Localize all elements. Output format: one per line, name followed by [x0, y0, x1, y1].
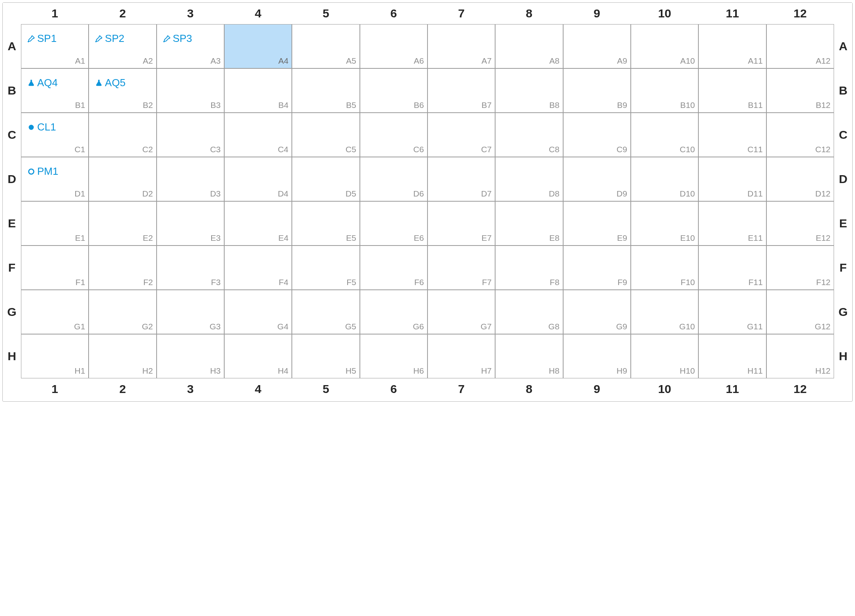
well-a12[interactable]: A12 — [766, 24, 834, 68]
column-header[interactable]: 2 — [89, 3, 156, 24]
well-d10[interactable]: D10 — [631, 157, 698, 201]
well-c11[interactable]: C11 — [698, 113, 766, 157]
well-c4[interactable]: C4 — [224, 113, 292, 157]
well-g7[interactable]: G7 — [428, 290, 495, 334]
well-c7[interactable]: C7 — [428, 113, 495, 157]
well-a6[interactable]: A6 — [360, 24, 428, 68]
well-b10[interactable]: B10 — [631, 68, 698, 113]
well-c12[interactable]: C12 — [766, 113, 834, 157]
column-header[interactable]: 2 — [89, 378, 156, 400]
well-e8[interactable]: E8 — [495, 201, 563, 246]
well-d4[interactable]: D4 — [224, 157, 292, 201]
well-g5[interactable]: G5 — [292, 290, 359, 334]
well-c6[interactable]: C6 — [360, 113, 428, 157]
row-header[interactable]: B — [3, 68, 21, 113]
well-d9[interactable]: D9 — [563, 157, 631, 201]
well-h8[interactable]: H8 — [495, 334, 563, 378]
well-e2[interactable]: E2 — [89, 201, 156, 246]
well-b6[interactable]: B6 — [360, 68, 428, 113]
well-e5[interactable]: E5 — [292, 201, 359, 246]
well-a7[interactable]: A7 — [428, 24, 495, 68]
row-header[interactable]: A — [3, 24, 21, 68]
well-e7[interactable]: E7 — [428, 201, 495, 246]
well-g12[interactable]: G12 — [766, 290, 834, 334]
column-header[interactable]: 3 — [157, 378, 224, 400]
well-h11[interactable]: H11 — [698, 334, 766, 378]
well-a3[interactable]: A3SP3 — [157, 24, 224, 68]
row-header[interactable]: D — [3, 157, 21, 201]
well-c3[interactable]: C3 — [157, 113, 224, 157]
well-b11[interactable]: B11 — [698, 68, 766, 113]
well-b5[interactable]: B5 — [292, 68, 359, 113]
well-e3[interactable]: E3 — [157, 201, 224, 246]
well-b3[interactable]: B3 — [157, 68, 224, 113]
well-b1[interactable]: B1AQ4 — [21, 68, 89, 113]
well-d5[interactable]: D5 — [292, 157, 359, 201]
well-f11[interactable]: F11 — [698, 246, 766, 290]
row-header[interactable]: A — [834, 24, 852, 68]
column-header[interactable]: 10 — [631, 378, 698, 400]
well-h6[interactable]: H6 — [360, 334, 428, 378]
column-header[interactable]: 10 — [631, 3, 698, 24]
well-a10[interactable]: A10 — [631, 24, 698, 68]
well-b7[interactable]: B7 — [428, 68, 495, 113]
well-d6[interactable]: D6 — [360, 157, 428, 201]
column-header[interactable]: 12 — [766, 3, 834, 24]
well-d1[interactable]: D1PM1 — [21, 157, 89, 201]
well-f2[interactable]: F2 — [89, 246, 156, 290]
well-d3[interactable]: D3 — [157, 157, 224, 201]
well-f5[interactable]: F5 — [292, 246, 359, 290]
row-header[interactable]: C — [834, 113, 852, 157]
well-f10[interactable]: F10 — [631, 246, 698, 290]
well-d2[interactable]: D2 — [89, 157, 156, 201]
column-header[interactable]: 7 — [428, 3, 495, 24]
well-g10[interactable]: G10 — [631, 290, 698, 334]
column-header[interactable]: 1 — [21, 378, 89, 400]
column-header[interactable]: 4 — [224, 378, 292, 400]
column-header[interactable]: 7 — [428, 378, 495, 400]
column-header[interactable]: 1 — [21, 3, 89, 24]
well-b4[interactable]: B4 — [224, 68, 292, 113]
column-header[interactable]: 8 — [495, 3, 563, 24]
well-c8[interactable]: C8 — [495, 113, 563, 157]
well-c2[interactable]: C2 — [89, 113, 156, 157]
well-g4[interactable]: G4 — [224, 290, 292, 334]
well-h5[interactable]: H5 — [292, 334, 359, 378]
column-header[interactable]: 5 — [292, 378, 359, 400]
well-f3[interactable]: F3 — [157, 246, 224, 290]
column-header[interactable]: 4 — [224, 3, 292, 24]
row-header[interactable]: F — [3, 246, 21, 290]
well-f1[interactable]: F1 — [21, 246, 89, 290]
well-h9[interactable]: H9 — [563, 334, 631, 378]
well-f4[interactable]: F4 — [224, 246, 292, 290]
well-h7[interactable]: H7 — [428, 334, 495, 378]
row-header[interactable]: G — [3, 290, 21, 334]
well-b12[interactable]: B12 — [766, 68, 834, 113]
well-d8[interactable]: D8 — [495, 157, 563, 201]
well-e11[interactable]: E11 — [698, 201, 766, 246]
row-header[interactable]: D — [834, 157, 852, 201]
well-f9[interactable]: F9 — [563, 246, 631, 290]
well-a8[interactable]: A8 — [495, 24, 563, 68]
row-header[interactable]: C — [3, 113, 21, 157]
well-e9[interactable]: E9 — [563, 201, 631, 246]
well-a9[interactable]: A9 — [563, 24, 631, 68]
well-b8[interactable]: B8 — [495, 68, 563, 113]
row-header[interactable]: H — [3, 334, 21, 378]
column-header[interactable]: 9 — [563, 378, 631, 400]
well-g6[interactable]: G6 — [360, 290, 428, 334]
well-g9[interactable]: G9 — [563, 290, 631, 334]
well-g3[interactable]: G3 — [157, 290, 224, 334]
column-header[interactable]: 9 — [563, 3, 631, 24]
row-header[interactable]: E — [834, 201, 852, 246]
well-f12[interactable]: F12 — [766, 246, 834, 290]
column-header[interactable]: 6 — [360, 3, 428, 24]
well-g8[interactable]: G8 — [495, 290, 563, 334]
well-h12[interactable]: H12 — [766, 334, 834, 378]
well-e1[interactable]: E1 — [21, 201, 89, 246]
column-header[interactable]: 11 — [698, 378, 766, 400]
well-h2[interactable]: H2 — [89, 334, 156, 378]
column-header[interactable]: 8 — [495, 378, 563, 400]
well-a5[interactable]: A5 — [292, 24, 359, 68]
well-h1[interactable]: H1 — [21, 334, 89, 378]
